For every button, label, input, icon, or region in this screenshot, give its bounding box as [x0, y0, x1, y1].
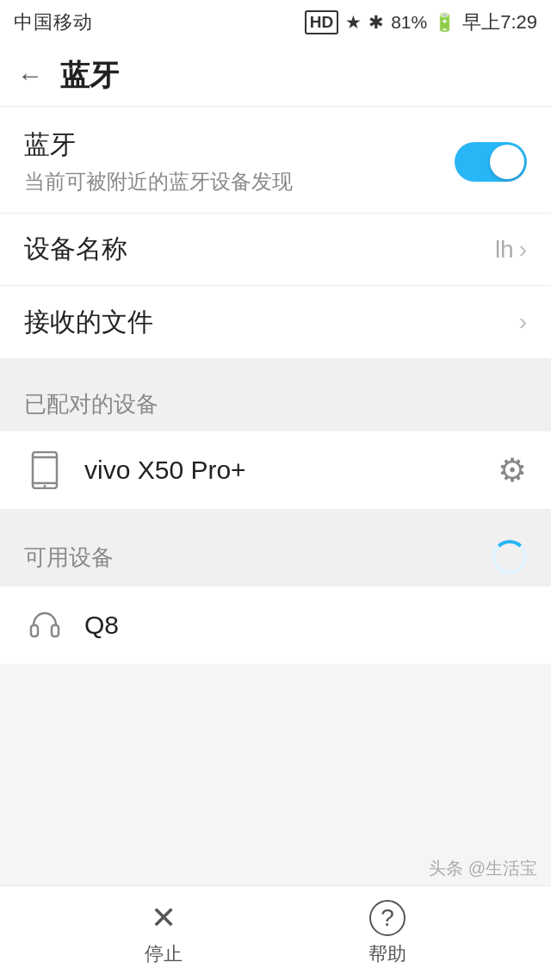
available-device-name: Q8 [84, 611, 119, 640]
available-device-left: Q8 [24, 605, 119, 646]
page-header: ← 蓝牙 [0, 45, 551, 107]
received-files-right: › [519, 308, 527, 336]
help-button[interactable]: ? 帮助 [368, 900, 406, 967]
status-bar: 中国移动 HD ★ ✱ 81% 🔋 早上7:29 [0, 0, 551, 45]
bluetooth-label: 蓝牙 [24, 127, 293, 163]
watermark: 头条 @生活宝 [429, 857, 537, 880]
stop-button[interactable]: ✕ 停止 [145, 900, 183, 967]
back-button[interactable]: ← [17, 63, 43, 89]
device-name-row[interactable]: 设备名称 lh › [0, 214, 551, 286]
stop-icon: ✕ [151, 900, 176, 936]
device-left: vivo X50 Pro+ [24, 450, 246, 491]
received-files-label: 接收的文件 [24, 305, 153, 340]
bluetooth-sublabel: 当前可被附近的蓝牙设备发现 [24, 168, 293, 195]
paired-device-name: vivo X50 Pro+ [84, 456, 246, 485]
help-icon: ? [369, 900, 406, 936]
chevron-right-icon-2: › [519, 308, 527, 336]
chevron-right-icon: › [519, 236, 527, 264]
paired-section-heading: 已配对的设备 [0, 372, 551, 431]
device-name-value: lh [495, 236, 514, 264]
bluetooth-toggle-row: 蓝牙 当前可被附近的蓝牙设备发现 [0, 107, 551, 214]
battery-icon: 🔋 [434, 12, 455, 33]
gear-icon[interactable]: ⚙ [498, 451, 527, 489]
loading-spinner [492, 540, 527, 574]
svg-point-3 [44, 485, 46, 487]
device-name-label: 设备名称 [24, 232, 127, 267]
bt-status-icon: ★ [345, 12, 362, 33]
hd-icon: HD [305, 10, 338, 34]
bluetooth-toggle[interactable] [455, 142, 527, 182]
status-right: HD ★ ✱ 81% 🔋 早上7:29 [305, 9, 537, 35]
help-label: 帮助 [368, 941, 406, 967]
bluetooth-icon: ✱ [368, 12, 384, 33]
content-area: 蓝牙 当前可被附近的蓝牙设备发现 设备名称 lh › 接收的文件 › 已配对的设… [0, 107, 551, 664]
svg-rect-5 [52, 625, 59, 636]
battery-text: 81% [391, 12, 427, 33]
available-devices-section: Q8 [0, 586, 551, 664]
paired-device-row[interactable]: vivo X50 Pro+ ⚙ [0, 431, 551, 509]
device-name-right: lh › [495, 236, 527, 264]
phone-icon [24, 450, 65, 491]
paired-devices-section: vivo X50 Pro+ ⚙ [0, 431, 551, 509]
bottom-bar: ✕ 停止 ? 帮助 [0, 885, 551, 980]
svg-rect-4 [31, 625, 38, 636]
page-title: 蓝牙 [60, 56, 119, 96]
carrier-signal: 中国移动 [14, 9, 93, 35]
received-files-row[interactable]: 接收的文件 › [0, 286, 551, 358]
time-display: 早上7:29 [462, 9, 537, 35]
stop-label: 停止 [145, 941, 183, 967]
bluetooth-section: 蓝牙 当前可被附近的蓝牙设备发现 设备名称 lh › 接收的文件 › [0, 107, 551, 358]
headphone-icon [24, 605, 65, 646]
bluetooth-toggle-left: 蓝牙 当前可被附近的蓝牙设备发现 [24, 127, 293, 195]
available-device-row[interactable]: Q8 [0, 586, 551, 664]
toggle-knob [490, 145, 524, 179]
available-section-header: 可用设备 [0, 523, 551, 586]
available-section-heading: 可用设备 [24, 543, 114, 573]
